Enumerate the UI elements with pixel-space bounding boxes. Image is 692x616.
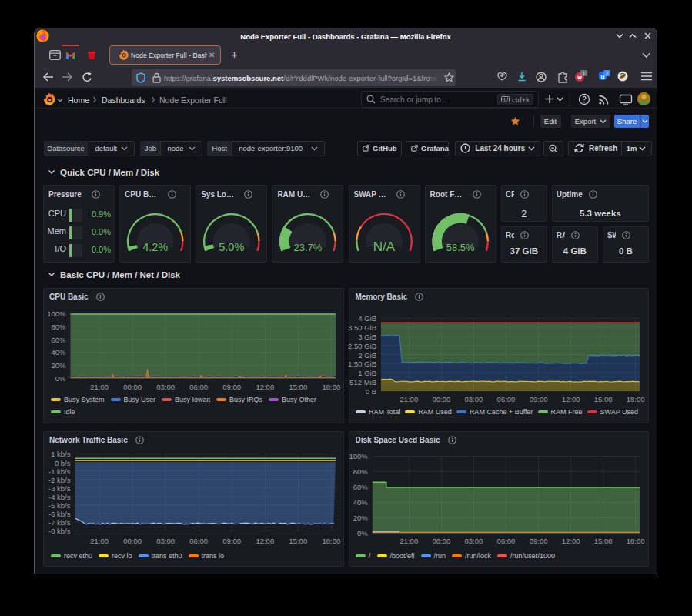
svg-text:06:00: 06:00: [189, 383, 208, 391]
svg-text:03:00: 03:00: [156, 537, 175, 545]
svg-text:20%: 20%: [51, 361, 66, 370]
svg-text:-2 kb/s: -2 kb/s: [48, 476, 71, 484]
svg-text:06:00: 06:00: [497, 395, 516, 403]
svg-text:40%: 40%: [51, 348, 66, 357]
svg-text:00:00: 00:00: [123, 537, 142, 545]
svg-text:3.50 GiB: 3.50 GiB: [348, 323, 376, 332]
svg-text:00:00: 00:00: [123, 383, 142, 391]
svg-text:18:00: 18:00: [627, 537, 645, 545]
svg-text:12:00: 12:00: [562, 537, 580, 545]
svg-text:-1 kb/s: -1 kb/s: [48, 467, 71, 476]
svg-text:12:00: 12:00: [562, 395, 580, 403]
svg-text:3 GiB: 3 GiB: [358, 333, 376, 341]
svg-text:03:00: 03:00: [465, 395, 483, 403]
svg-text:-7 kb/s: -7 kb/s: [48, 518, 71, 527]
svg-text:2.50 GiB: 2.50 GiB: [348, 342, 376, 350]
svg-text:100%: 100%: [47, 310, 66, 318]
svg-text:512 MiB: 512 MiB: [349, 378, 376, 387]
svg-text:15:00: 15:00: [594, 537, 613, 545]
svg-text:-4 kb/s: -4 kb/s: [48, 493, 71, 501]
svg-text:1 GiB: 1 GiB: [358, 369, 376, 377]
svg-text:-8 kb/s: -8 kb/s: [48, 527, 71, 535]
svg-text:09:00: 09:00: [222, 383, 241, 391]
svg-text:80%: 80%: [51, 323, 66, 331]
svg-text:0 B: 0 B: [366, 387, 376, 396]
svg-text:60%: 60%: [51, 336, 66, 344]
svg-text:18:00: 18:00: [627, 395, 645, 403]
svg-text:40%: 40%: [353, 498, 369, 507]
svg-text:12:00: 12:00: [256, 383, 274, 391]
svg-text:00:00: 00:00: [433, 537, 451, 545]
svg-text:0%: 0%: [55, 374, 66, 383]
svg-text:-6 kb/s: -6 kb/s: [48, 510, 71, 518]
svg-text:-5 kb/s: -5 kb/s: [48, 501, 71, 510]
svg-text:60%: 60%: [353, 483, 369, 491]
svg-text:21:00: 21:00: [399, 537, 418, 545]
svg-text:06:00: 06:00: [497, 537, 516, 545]
svg-text:15:00: 15:00: [594, 395, 613, 403]
svg-text:03:00: 03:00: [156, 383, 175, 391]
svg-text:15:00: 15:00: [289, 537, 307, 545]
svg-text:100%: 100%: [349, 452, 368, 460]
svg-text:0%: 0%: [357, 529, 368, 537]
svg-text:00:00: 00:00: [433, 395, 451, 403]
svg-text:15:00: 15:00: [289, 383, 307, 391]
svg-text:80%: 80%: [353, 467, 369, 476]
svg-text:21:00: 21:00: [399, 395, 418, 403]
svg-text:21:00: 21:00: [90, 537, 109, 545]
svg-text:1 kb/s: 1 kb/s: [51, 450, 71, 458]
svg-text:09:00: 09:00: [530, 395, 548, 403]
svg-text:0 b/s: 0 b/s: [55, 459, 71, 467]
svg-text:4 GiB: 4 GiB: [358, 314, 376, 323]
svg-text:-3 kb/s: -3 kb/s: [48, 484, 71, 493]
svg-text:2 GiB: 2 GiB: [358, 351, 376, 360]
svg-text:18:00: 18:00: [323, 537, 341, 545]
svg-text:03:00: 03:00: [465, 537, 483, 545]
svg-text:18:00: 18:00: [323, 383, 341, 391]
svg-text:09:00: 09:00: [530, 537, 548, 545]
svg-text:09:00: 09:00: [222, 537, 241, 545]
svg-text:06:00: 06:00: [189, 537, 208, 545]
svg-text:1.50 GiB: 1.50 GiB: [348, 360, 376, 368]
svg-text:12:00: 12:00: [256, 537, 274, 545]
svg-text:20%: 20%: [353, 514, 369, 522]
svg-text:21:00: 21:00: [90, 383, 109, 391]
